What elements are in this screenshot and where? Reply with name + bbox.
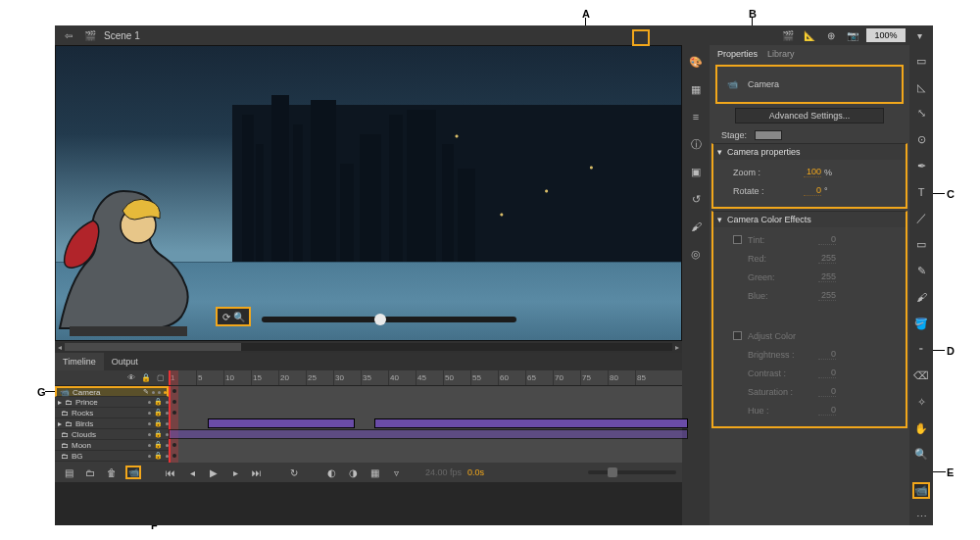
align-icon[interactable]: ≡ <box>687 108 705 125</box>
transform-icon[interactable]: ▣ <box>687 163 705 180</box>
lock-icon[interactable]: 🔒 <box>141 373 151 382</box>
time-label: 0.0s <box>467 467 484 477</box>
goto-last-icon[interactable]: ⏭ <box>249 465 265 480</box>
delete-layer-icon[interactable]: 🗑 <box>104 465 120 480</box>
ruler-icon[interactable]: 📐 <box>802 27 817 43</box>
layer-row[interactable]: ▸🗀Prince🔒 <box>55 397 169 408</box>
brush-tool-icon[interactable]: 🖌 <box>912 289 930 306</box>
annotation-e: E <box>947 466 954 478</box>
lasso-tool-icon[interactable]: ⊙ <box>912 131 930 148</box>
zoom-dropdown-icon[interactable]: ▾ <box>911 27 927 43</box>
eyedropper-icon[interactable]: ⁃ <box>912 341 930 358</box>
camera-tool-icon[interactable]: 📹 <box>912 482 930 499</box>
new-layer-icon[interactable]: ▤ <box>61 465 76 480</box>
outline-icon[interactable]: ▢ <box>157 373 165 382</box>
marker-icon[interactable]: ▿ <box>388 465 404 480</box>
brightness-row: Brightness :0 <box>733 348 894 361</box>
pen-tool-icon[interactable]: ✒ <box>912 158 930 174</box>
camera-tool-button[interactable]: 📹 <box>125 466 141 479</box>
brush-panel-icon[interactable]: 🖌 <box>687 218 705 235</box>
onion2-icon[interactable]: ◑ <box>345 465 361 480</box>
pencil-tool-icon[interactable]: ✎ <box>912 263 930 279</box>
target-icon[interactable]: ⊕ <box>823 27 839 43</box>
playhead-body[interactable] <box>169 386 178 463</box>
tween-span[interactable] <box>374 418 688 428</box>
layer-row[interactable]: 🗀Moon🔒 <box>55 440 169 451</box>
bucket-tool-icon[interactable]: 🪣 <box>912 316 930 332</box>
tween-span[interactable] <box>208 418 355 428</box>
stage-color-swatch[interactable] <box>755 130 782 140</box>
layer-row[interactable]: 🗀Rocks🔒 <box>55 408 169 418</box>
playhead[interactable] <box>169 370 178 385</box>
step-fwd-icon[interactable]: ▸ <box>227 465 243 480</box>
section-header-camera-props[interactable]: ▾Camera properties <box>713 144 906 160</box>
timeline-zoom-slider[interactable] <box>588 470 676 474</box>
info-icon[interactable]: ⓘ <box>687 135 705 153</box>
tint-value[interactable]: 0 <box>818 234 836 245</box>
layer-row[interactable]: 🗀Clouds🔒 <box>55 429 169 440</box>
frame-grid[interactable] <box>169 386 682 463</box>
lock-closed-icon[interactable]: 🔒 <box>154 398 163 406</box>
layer-row[interactable]: ▸🗀Birds🔒 <box>55 418 169 429</box>
tint-checkbox[interactable] <box>733 235 742 244</box>
stage-canvas[interactable]: ⟳ 🔍 <box>55 45 682 341</box>
goto-first-icon[interactable]: ⏮ <box>163 465 178 480</box>
clapper-icon[interactable]: 🎬 <box>780 27 796 43</box>
keyframe[interactable] <box>172 443 176 447</box>
free-transform-icon[interactable]: ⤡ <box>912 106 930 123</box>
keyframe[interactable] <box>172 411 176 415</box>
layer-list: 📹 Camera ✎ ▸🗀Prince🔒 🗀Rocks🔒 ▸🗀Birds🔒 🗀C… <box>55 386 169 463</box>
visibility-icon[interactable]: 👁 <box>127 373 135 382</box>
loop-icon[interactable]: ↻ <box>286 465 302 480</box>
color-panel-icon[interactable]: 🎨 <box>687 53 705 71</box>
line-tool-icon[interactable]: ／ <box>912 211 930 227</box>
options-icon[interactable]: ⋯ <box>912 509 930 525</box>
zoom-tool-icon[interactable]: 🔍 <box>912 446 930 463</box>
rect-tool-icon[interactable]: ▭ <box>912 236 930 253</box>
zoom-value[interactable]: 100 <box>804 167 821 177</box>
swatches-icon[interactable]: ▦ <box>687 80 705 98</box>
keyframe[interactable] <box>172 389 176 393</box>
subselect-tool-icon[interactable]: ◺ <box>912 79 930 96</box>
onion-icon[interactable]: ◐ <box>323 465 339 480</box>
stage-camera-slider[interactable] <box>262 317 516 322</box>
step-back-icon[interactable]: ◂ <box>184 465 200 480</box>
rotate-value[interactable]: 0 <box>804 185 821 196</box>
layer-label: BG <box>72 452 83 461</box>
adjust-checkbox[interactable] <box>733 331 742 340</box>
hand-tool-icon[interactable]: ✋ <box>912 420 930 437</box>
stage-scrollbar[interactable]: ◂ ▸ <box>55 341 682 353</box>
selection-tool-icon[interactable]: ▭ <box>912 53 930 70</box>
history-icon[interactable]: ↺ <box>687 190 705 208</box>
chevron-down-icon: ▾ <box>717 147 722 157</box>
new-folder-icon[interactable]: 🗀 <box>82 465 98 480</box>
layer-row[interactable]: 🗀BG🔒 <box>55 451 169 462</box>
edit-mult-icon[interactable]: ▦ <box>367 465 382 480</box>
outline-dot[interactable] <box>164 391 167 394</box>
camera-properties-section: ▾Camera properties Zoom : 100 % Rotate :… <box>711 143 907 209</box>
layer-row-camera[interactable]: 📹 Camera ✎ <box>55 386 169 397</box>
stage-camera-control[interactable]: ⟳ 🔍 <box>216 307 251 326</box>
frame-tick: 5 <box>196 370 202 385</box>
tab-timeline[interactable]: Timeline <box>55 353 104 370</box>
back-icon[interactable]: ⇦ <box>61 27 76 43</box>
tab-output[interactable]: Output <box>104 353 146 370</box>
scene-icon[interactable]: 🎬 <box>82 27 98 43</box>
tween-span[interactable] <box>169 429 688 439</box>
keyframe[interactable] <box>172 454 176 458</box>
cc-icon[interactable]: ◎ <box>687 245 705 263</box>
tab-library[interactable]: Library <box>767 49 795 59</box>
text-tool-icon[interactable]: T <box>912 184 930 201</box>
zoom-field[interactable]: 100% <box>866 28 906 42</box>
slider-thumb[interactable] <box>374 314 386 325</box>
bone-tool-icon[interactable]: ✧ <box>912 394 930 411</box>
lock-dot[interactable] <box>158 391 161 394</box>
advanced-settings-button[interactable]: Advanced Settings... <box>735 108 884 123</box>
camera-toggle-icon[interactable]: 📷 <box>845 27 860 43</box>
vis-dot[interactable] <box>152 391 155 394</box>
eraser-tool-icon[interactable]: ⌫ <box>912 368 930 384</box>
tab-properties[interactable]: Properties <box>717 49 758 59</box>
keyframe[interactable] <box>172 400 176 404</box>
play-icon[interactable]: ▶ <box>206 465 221 480</box>
section-header-color-fx[interactable]: ▾Camera Color Effects <box>713 212 906 227</box>
